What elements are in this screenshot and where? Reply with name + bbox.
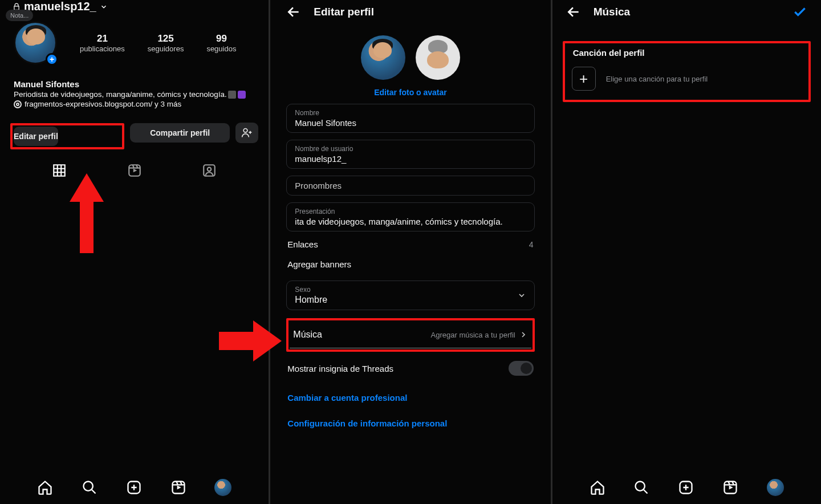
nav-home-icon[interactable]: [590, 479, 605, 495]
edit-photo-link[interactable]: Editar foto o avatar: [286, 88, 534, 97]
page-title: Música: [594, 6, 630, 18]
gamepad-icon: [228, 91, 236, 99]
username-text: manuelsp12_: [24, 0, 96, 13]
nav-reels-icon[interactable]: [722, 479, 738, 495]
edit-profile-button[interactable]: Editar perfil: [14, 127, 58, 146]
profile-avatar-option[interactable]: [416, 35, 460, 80]
gender-field[interactable]: Sexo Hombre: [286, 281, 534, 310]
svg-point-3: [83, 482, 92, 491]
choose-song-row[interactable]: + Elige una canción para tu perfil: [568, 64, 805, 96]
nav-create-icon[interactable]: [126, 479, 142, 495]
check-icon[interactable]: [792, 5, 807, 19]
bio-link[interactable]: fragmentos-expresivos.blogspot.com/ y 3 …: [10, 100, 258, 108]
nav-search-icon[interactable]: [82, 479, 97, 495]
highlight-music-row: Música Agregar música a tu perfil: [286, 318, 534, 352]
annotation-arrow-up: [70, 173, 104, 253]
highlight-profile-song: Canción del perfil + Elige una canción p…: [563, 41, 811, 102]
annotation-arrow-right: [219, 318, 282, 364]
back-icon[interactable]: [566, 5, 581, 19]
reels-tab-icon[interactable]: [127, 163, 142, 178]
section-title: Canción del perfil: [568, 47, 805, 64]
music-row[interactable]: Música Agregar música a tu perfil: [290, 322, 531, 348]
threads-badge-row[interactable]: Mostrar insignia de Threads: [286, 352, 534, 385]
svg-point-6: [636, 482, 645, 491]
chevron-down-icon: [517, 291, 526, 300]
nav-home-icon[interactable]: [37, 479, 53, 495]
chevron-down-icon: [100, 3, 108, 11]
toggle-switch[interactable]: [509, 361, 534, 376]
stat-following[interactable]: 99 seguidos: [206, 33, 236, 53]
grid-tab-icon[interactable]: [52, 163, 67, 178]
discover-people-button[interactable]: [235, 123, 258, 143]
links-row[interactable]: Enlaces 4: [286, 231, 534, 257]
name-field[interactable]: Nombre Manuel Sifontes: [286, 104, 534, 133]
highlight-edit-profile: Editar perfil: [10, 123, 124, 149]
chevron-right-icon: [519, 330, 528, 339]
switch-professional-link[interactable]: Cambiar a cuenta profesional: [286, 385, 534, 410]
username-selector[interactable]: manuelsp12_: [10, 0, 258, 21]
nav-profile-avatar[interactable]: [214, 479, 231, 496]
stat-followers[interactable]: 125 seguidores: [148, 33, 184, 53]
banners-row[interactable]: Agregar banners: [286, 257, 534, 277]
back-icon[interactable]: [286, 5, 301, 19]
nav-search-icon[interactable]: [633, 479, 649, 495]
add-story-icon[interactable]: +: [46, 53, 58, 66]
bio-text: Periodista de videojuegos, manga/anime, …: [10, 90, 258, 99]
page-title: Editar perfil: [314, 6, 374, 18]
personal-info-link[interactable]: Configuración de información personal: [286, 410, 534, 436]
sparkle-icon: [238, 91, 246, 99]
share-profile-button[interactable]: Compartir perfil: [130, 123, 230, 143]
plus-icon: +: [572, 67, 596, 91]
profile-avatar[interactable]: Nota... +: [14, 21, 57, 64]
profile-photo[interactable]: [361, 35, 405, 80]
add-person-icon: [241, 127, 253, 139]
stat-posts[interactable]: 21 publicaciones: [80, 33, 125, 53]
display-name: Manuel Sifontes: [10, 79, 258, 89]
pronouns-field[interactable]: Pronombres: [286, 176, 534, 196]
bio-field[interactable]: Presentación ita de videojuegos, manga/a…: [286, 202, 534, 231]
nav-create-icon[interactable]: [678, 479, 694, 495]
nav-reels-icon[interactable]: [170, 479, 186, 495]
username-field[interactable]: Nombre de usuario manuelsp12_: [286, 140, 534, 169]
svg-point-2: [208, 168, 212, 172]
note-bubble[interactable]: Nota...: [6, 10, 33, 21]
tagged-tab-icon[interactable]: [202, 163, 217, 178]
nav-profile-avatar[interactable]: [767, 479, 784, 496]
link-icon: [14, 100, 22, 108]
